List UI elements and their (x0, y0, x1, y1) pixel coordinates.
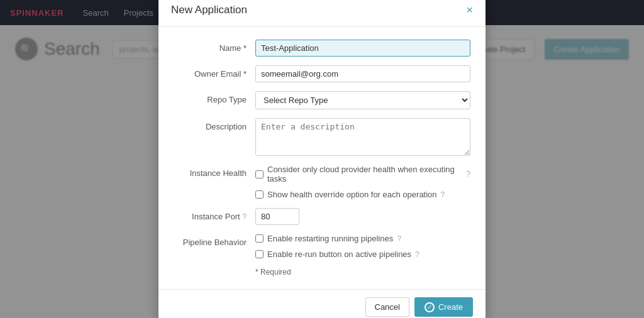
modal-title: New Application (171, 4, 247, 16)
new-application-modal: New Application × Name * Owner Email * R… (158, 0, 486, 85)
modal-overlay: New Application × Name * Owner Email * R… (0, 0, 644, 85)
modal-header: New Application × (158, 0, 486, 27)
name-label: Name * (174, 40, 255, 53)
email-field-row: Owner Email * (174, 65, 470, 82)
name-field-row: Name * (174, 40, 470, 57)
email-input[interactable] (255, 65, 470, 82)
modal-body: Name * Owner Email * Repo Type Select Re… (158, 27, 486, 85)
modal-close-button[interactable]: × (466, 4, 473, 16)
name-input[interactable] (255, 40, 470, 57)
email-label: Owner Email * (174, 65, 255, 79)
